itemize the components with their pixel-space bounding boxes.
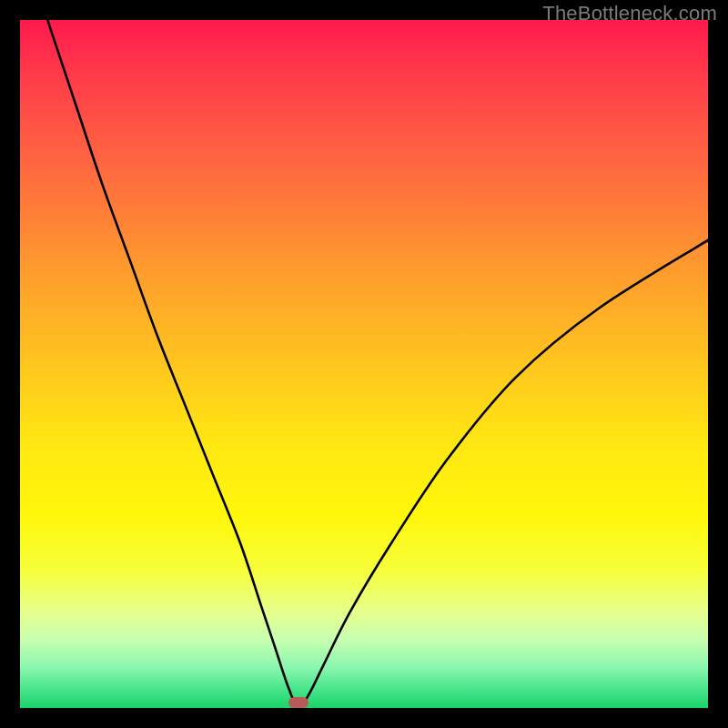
- watermark-text: TheBottleneck.com: [542, 2, 717, 25]
- bottleneck-curve: [20, 20, 708, 708]
- optimum-marker: [288, 697, 308, 708]
- chart-plot-area: [20, 20, 708, 708]
